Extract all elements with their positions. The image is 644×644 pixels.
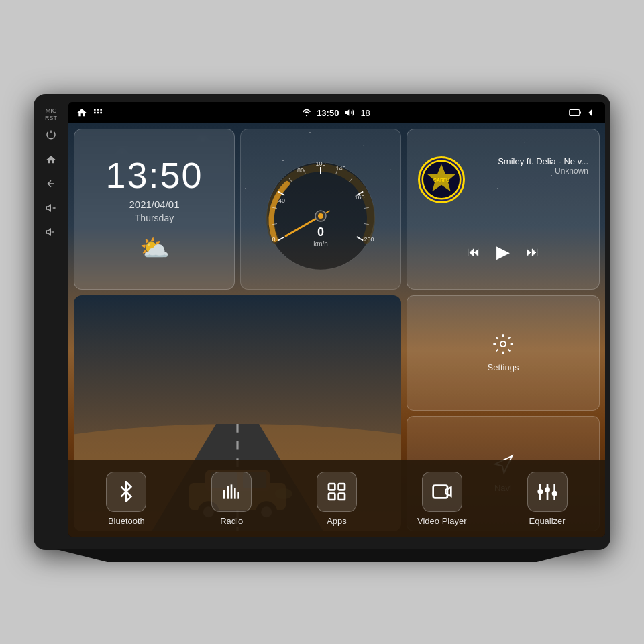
svg-text:0: 0 xyxy=(317,225,324,239)
svg-text:160: 160 xyxy=(354,194,364,201)
apps-icon-wrap xyxy=(317,472,357,512)
volume-icon xyxy=(344,107,355,118)
mic-rst-label: MIC RST xyxy=(45,107,57,122)
settings-button[interactable]: Settings xyxy=(407,295,600,411)
apps-label: Apps xyxy=(327,516,347,526)
clock-date: 2021/04/01 xyxy=(129,199,179,210)
bottom-menu: Bluetooth Radio xyxy=(68,460,605,537)
svg-rect-59 xyxy=(329,484,335,490)
svg-rect-7 xyxy=(570,110,580,116)
settings-label: Settings xyxy=(488,362,519,372)
svg-text:80: 80 xyxy=(297,167,304,174)
apps-status-icon[interactable] xyxy=(93,107,103,118)
speedometer-widget: 0 40 80 100 140 160 200 xyxy=(240,129,401,290)
clock-time: 13:50 xyxy=(105,157,203,193)
media-text: Smiley ft. Delia - Ne v... Unknown xyxy=(498,156,588,176)
next-button[interactable]: ⏭ xyxy=(526,244,539,260)
media-top: CARFU Smiley ft. Delia - Ne v... Unknown xyxy=(418,156,588,203)
video-icon-wrap xyxy=(422,472,462,512)
media-widget[interactable]: CARFU Smiley ft. Delia - Ne v... Unknown… xyxy=(407,129,600,290)
status-left xyxy=(76,107,103,118)
svg-marker-3 xyxy=(46,229,50,235)
equalizer-icon-wrap xyxy=(527,472,568,512)
speedometer-svg: 0 40 80 100 140 160 200 xyxy=(254,142,388,276)
svg-marker-6 xyxy=(345,109,350,115)
svg-point-73 xyxy=(553,492,556,495)
svg-text:200: 200 xyxy=(364,236,374,243)
back-button[interactable] xyxy=(42,174,60,193)
clock-widget[interactable]: 13:50 2021/04/01 Thursday ⛅ xyxy=(74,129,235,290)
back-status-icon[interactable] xyxy=(586,107,597,118)
vol-up-button[interactable] xyxy=(42,199,60,217)
vol-down-button[interactable] xyxy=(42,223,60,241)
video-icon xyxy=(431,481,453,502)
main-content: 13:50 2021/04/01 Thursday ⛅ xyxy=(68,123,605,537)
svg-point-33 xyxy=(318,213,323,219)
power-button[interactable] xyxy=(42,126,60,145)
svg-point-71 xyxy=(538,490,541,493)
svg-text:100: 100 xyxy=(315,160,325,167)
media-logo: CARFU xyxy=(418,156,465,203)
bluetooth-icon-wrap xyxy=(106,472,146,512)
volume-level: 18 xyxy=(360,108,370,118)
video-label: Video Player xyxy=(417,516,466,526)
svg-point-52 xyxy=(500,341,506,347)
status-right xyxy=(569,107,597,118)
clock-day: Thursday xyxy=(135,213,174,223)
speedo-container: 0 40 80 100 140 160 200 xyxy=(241,129,400,289)
video-menu-item[interactable]: Video Player xyxy=(389,466,494,531)
svg-marker-0 xyxy=(46,205,50,211)
car-head-unit: MIC RST xyxy=(34,94,610,550)
svg-point-72 xyxy=(545,488,549,491)
svg-point-5 xyxy=(306,115,307,116)
svg-text:CARFU: CARFU xyxy=(433,178,449,182)
home-button[interactable] xyxy=(42,150,60,169)
media-controls: ⏮ ▶ ⏭ xyxy=(418,241,588,262)
screen: 13:50 18 xyxy=(68,102,605,537)
media-track: Smiley ft. Delia - Ne v... xyxy=(498,156,588,166)
wifi-icon xyxy=(302,108,311,117)
media-artist: Unknown xyxy=(498,166,588,176)
status-center: 13:50 18 xyxy=(302,107,370,118)
svg-rect-60 xyxy=(339,484,345,490)
prev-button[interactable]: ⏮ xyxy=(467,244,480,260)
radio-icon-wrap xyxy=(211,472,252,512)
settings-icon xyxy=(492,333,514,360)
svg-text:140: 140 xyxy=(335,165,345,172)
bluetooth-menu-item[interactable]: Bluetooth xyxy=(74,466,179,531)
svg-text:40: 40 xyxy=(278,197,285,204)
apps-icon xyxy=(326,481,347,502)
svg-text:km/h: km/h xyxy=(313,240,328,248)
radio-label: Radio xyxy=(220,516,243,526)
equalizer-icon xyxy=(537,481,558,502)
bluetooth-label: Bluetooth xyxy=(108,516,145,526)
equalizer-menu-item[interactable]: Equalizer xyxy=(494,466,600,531)
apps-menu-item[interactable]: Apps xyxy=(284,466,390,531)
status-bar: 13:50 18 xyxy=(68,102,605,123)
bluetooth-icon xyxy=(115,481,137,502)
equalizer-label: Equalizer xyxy=(529,516,565,526)
svg-text:0: 0 xyxy=(272,236,275,243)
play-button[interactable]: ▶ xyxy=(496,241,510,262)
radio-icon xyxy=(221,481,242,502)
svg-rect-61 xyxy=(329,493,335,499)
left-panel: MIC RST xyxy=(34,94,68,550)
status-time: 13:50 xyxy=(317,108,339,118)
home-status-icon[interactable] xyxy=(76,107,87,118)
battery-icon xyxy=(569,108,581,117)
radio-menu-item[interactable]: Radio xyxy=(179,466,284,531)
svg-rect-62 xyxy=(339,493,345,499)
weather-icon: ⛅ xyxy=(140,234,170,262)
